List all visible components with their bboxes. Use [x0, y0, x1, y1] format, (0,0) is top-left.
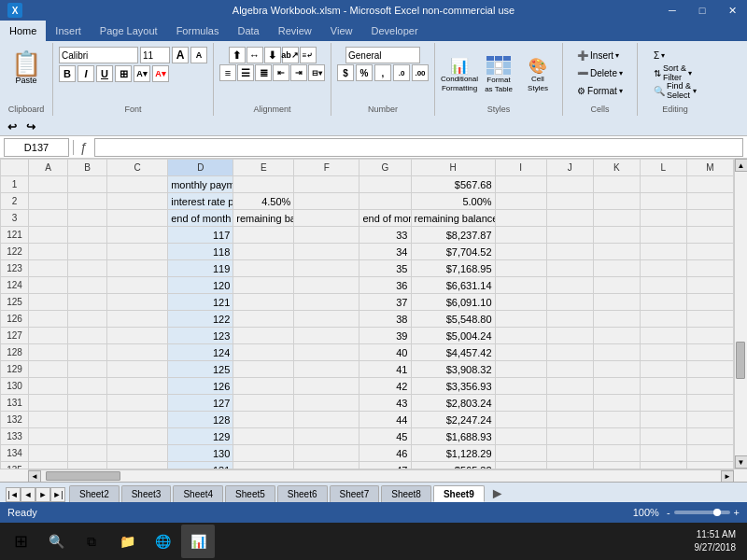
number-format-input[interactable]	[345, 47, 420, 63]
sheet-tab-sheet8[interactable]: Sheet8	[381, 485, 431, 502]
row-number[interactable]: 132	[1, 412, 29, 428]
cell-M1[interactable]	[686, 176, 733, 193]
sheet-scroll-right[interactable]: ►	[486, 485, 509, 502]
cell-C121[interactable]	[107, 227, 168, 244]
cell-A130[interactable]	[29, 378, 68, 395]
cell-F130[interactable]	[294, 378, 359, 395]
col-header-J[interactable]: J	[546, 160, 593, 176]
cell-E125[interactable]	[233, 294, 294, 311]
increase-indent-button[interactable]: ⇥	[290, 64, 307, 81]
cell-A125[interactable]	[29, 294, 68, 311]
tab-view[interactable]: View	[321, 21, 362, 41]
sheet-tab-sheet2[interactable]: Sheet2	[69, 485, 120, 502]
cell-L3[interactable]	[640, 210, 686, 227]
tab-home[interactable]: Home	[0, 21, 46, 41]
row-number[interactable]: 131	[1, 395, 29, 412]
format-button[interactable]: ⚙ Format▾	[574, 82, 626, 99]
row-number[interactable]: 122	[1, 244, 29, 260]
cell-K122[interactable]	[593, 244, 640, 260]
col-header-B[interactable]: B	[68, 160, 107, 176]
zoom-in-icon[interactable]: +	[734, 507, 740, 518]
cell-D129[interactable]: 125	[168, 361, 233, 378]
cell-A1[interactable]	[29, 176, 68, 193]
cell-E123[interactable]	[233, 260, 294, 277]
font-size-input[interactable]	[140, 47, 170, 63]
cell-I122[interactable]	[495, 244, 546, 260]
sheet-tab-sheet7[interactable]: Sheet7	[330, 485, 380, 502]
col-header-E[interactable]: E	[233, 160, 294, 176]
accounting-button[interactable]: $	[337, 64, 354, 81]
cell-H126[interactable]: $5,548.80	[411, 311, 495, 328]
sheet-first-button[interactable]: |◄	[6, 487, 21, 502]
cell-M123[interactable]	[686, 260, 733, 277]
cell-A126[interactable]	[29, 311, 68, 328]
horizontal-scrollbar[interactable]: ◄ ►	[28, 469, 734, 482]
col-header-A[interactable]: A	[29, 160, 68, 176]
cell-D132[interactable]: 128	[168, 412, 233, 428]
cell-G124[interactable]: 36	[359, 277, 411, 294]
cell-E129[interactable]	[233, 361, 294, 378]
cell-H2[interactable]: 5.00%	[411, 193, 495, 210]
cell-H129[interactable]: $3,908.32	[411, 361, 495, 378]
cell-C126[interactable]	[107, 311, 168, 328]
cell-G1[interactable]	[359, 176, 411, 193]
cell-D134[interactable]: 130	[168, 445, 233, 462]
cell-E128[interactable]	[233, 344, 294, 361]
cell-E2[interactable]: 4.50%	[233, 193, 294, 210]
cell-I1[interactable]	[495, 176, 546, 193]
cell-I134[interactable]	[495, 445, 546, 462]
cell-G125[interactable]: 37	[359, 294, 411, 311]
scroll-thumb-vertical[interactable]	[736, 342, 745, 379]
cell-B133[interactable]	[68, 428, 107, 445]
col-header-G[interactable]: G	[359, 160, 411, 176]
cell-M2[interactable]	[686, 193, 733, 210]
cell-L135[interactable]	[640, 462, 686, 469]
cell-H122[interactable]: $7,704.52	[411, 244, 495, 260]
align-right-button[interactable]: ≣	[255, 64, 272, 81]
sheet-tab-sheet3[interactable]: Sheet3	[121, 485, 172, 502]
redo-button[interactable]: ↪	[22, 119, 39, 135]
cell-J125[interactable]	[546, 294, 593, 311]
cell-B2[interactable]	[68, 193, 107, 210]
cell-J122[interactable]	[546, 244, 593, 260]
align-top-button[interactable]: ⬆	[229, 47, 246, 63]
cell-A2[interactable]	[29, 193, 68, 210]
cell-B126[interactable]	[68, 311, 107, 328]
zoom-control[interactable]: - +	[667, 507, 740, 518]
cell-K125[interactable]	[593, 294, 640, 311]
cell-A122[interactable]	[29, 244, 68, 260]
cell-E124[interactable]	[233, 277, 294, 294]
cell-B132[interactable]	[68, 412, 107, 428]
scroll-thumb-horizontal[interactable]	[46, 471, 120, 481]
col-header-H[interactable]: H	[411, 160, 495, 176]
cell-L129[interactable]	[640, 361, 686, 378]
cell-L131[interactable]	[640, 395, 686, 412]
cell-C1[interactable]	[107, 176, 168, 193]
cell-M124[interactable]	[686, 277, 733, 294]
cell-C131[interactable]	[107, 395, 168, 412]
align-bottom-button[interactable]: ⬇	[264, 47, 281, 63]
cell-D3[interactable]: end of month	[168, 210, 233, 227]
cell-F3[interactable]	[294, 210, 359, 227]
cell-G2[interactable]	[359, 193, 411, 210]
cell-G135[interactable]: 47	[359, 462, 411, 469]
cell-H125[interactable]: $6,091.10	[411, 294, 495, 311]
col-header-K[interactable]: K	[593, 160, 640, 176]
sheet-tab-sheet6[interactable]: Sheet6	[277, 485, 328, 502]
cell-G128[interactable]: 40	[359, 344, 411, 361]
cell-L1[interactable]	[640, 176, 686, 193]
cell-G121[interactable]: 33	[359, 227, 411, 244]
sort-filter-button[interactable]: ⇅ Sort &Filter▾	[651, 64, 695, 81]
cell-D135[interactable]: 131	[168, 462, 233, 469]
minimize-button[interactable]: ─	[657, 0, 687, 21]
percent-button[interactable]: %	[356, 64, 373, 81]
cell-C134[interactable]	[107, 445, 168, 462]
comma-button[interactable]: ,	[374, 64, 391, 81]
cell-B122[interactable]	[68, 244, 107, 260]
cell-M134[interactable]	[686, 445, 733, 462]
cell-L127[interactable]	[640, 328, 686, 344]
cell-J128[interactable]	[546, 344, 593, 361]
cell-J126[interactable]	[546, 311, 593, 328]
cell-H124[interactable]: $6,631.14	[411, 277, 495, 294]
cell-J132[interactable]	[546, 412, 593, 428]
